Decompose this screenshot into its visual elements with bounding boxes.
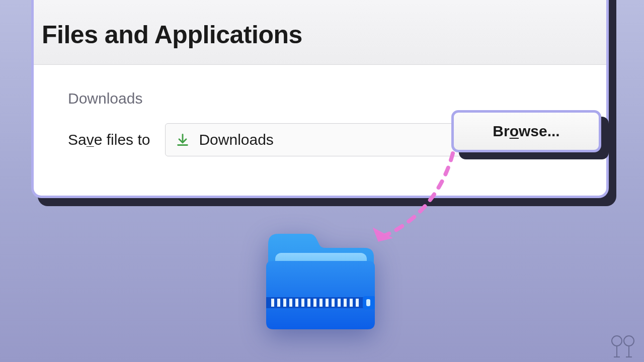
zip-folder-icon <box>264 229 375 329</box>
save-files-label: Save files to <box>68 131 150 148</box>
svg-point-20 <box>624 336 634 346</box>
svg-rect-5 <box>289 299 292 307</box>
svg-rect-4 <box>283 299 286 307</box>
save-label-accelerator: v <box>87 131 94 148</box>
svg-rect-14 <box>344 299 347 307</box>
settings-panel: Files and Applications Downloads Save fi… <box>31 0 609 198</box>
browse-pre: Br <box>493 123 509 139</box>
svg-point-19 <box>612 336 622 346</box>
svg-rect-8 <box>307 299 310 307</box>
svg-rect-11 <box>326 299 329 307</box>
svg-rect-16 <box>356 299 359 307</box>
browse-accelerator: o <box>510 123 519 139</box>
svg-rect-6 <box>295 299 298 307</box>
browse-button[interactable]: Browse... <box>451 110 601 152</box>
svg-rect-12 <box>332 299 335 307</box>
svg-rect-9 <box>313 299 316 307</box>
svg-rect-15 <box>350 299 353 307</box>
download-path-value: Downloads <box>199 131 273 148</box>
downloads-section-label: Downloads <box>68 90 572 107</box>
svg-rect-18 <box>366 299 370 306</box>
svg-rect-10 <box>319 299 323 307</box>
panel-title: Files and Applications <box>42 20 606 49</box>
svg-rect-13 <box>338 299 341 307</box>
save-label-pre: Sa <box>68 131 87 148</box>
browse-button-label: Browse... <box>493 123 559 140</box>
save-label-post: e files to <box>94 131 150 148</box>
download-icon <box>176 133 190 147</box>
svg-rect-7 <box>301 299 304 307</box>
svg-rect-3 <box>277 299 280 307</box>
browse-post: wse... <box>519 123 560 139</box>
panel-header: Files and Applications <box>34 0 606 65</box>
svg-rect-2 <box>271 299 274 307</box>
watermark-icon <box>608 334 638 359</box>
